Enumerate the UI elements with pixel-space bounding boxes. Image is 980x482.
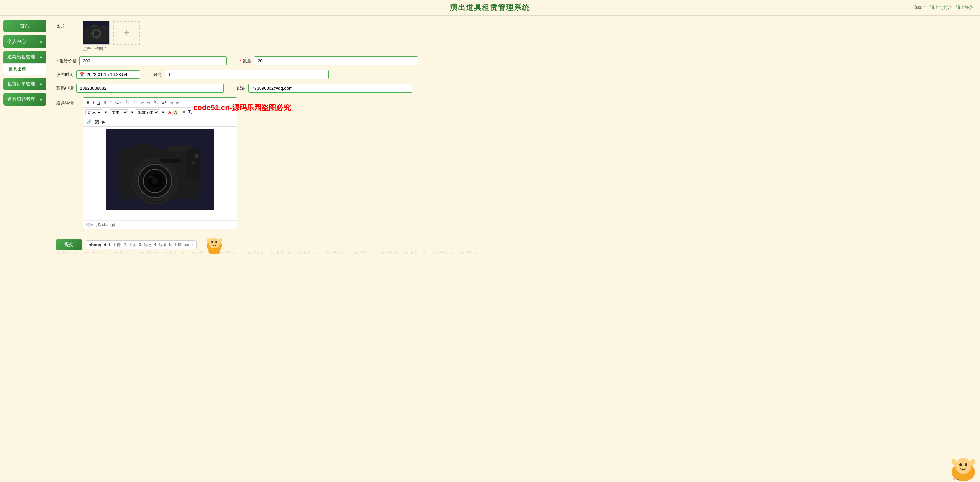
camera-illustration	[107, 129, 213, 210]
toolbar-font-color[interactable]: A	[167, 110, 173, 116]
app-title: 演出道具租赁管理系统	[450, 3, 530, 13]
svg-point-26	[211, 241, 213, 243]
ime-prev-btn[interactable]: ◀	[184, 243, 186, 247]
toolbar-align-icon[interactable]: ≡	[181, 110, 186, 116]
editor-toolbar-row1: B I U S ❝ </> H1 H2 ⇦ ⇨ X2 X2 ⇥ ⇤	[83, 98, 237, 108]
ime-candidate-3[interactable]: 3. 商场	[139, 242, 151, 248]
username: 商家 1	[914, 5, 926, 11]
sidebar-props-mgmt-group[interactable]: 道具出租管理 ∨ 道具出租	[3, 51, 46, 75]
rental-price-label: * * 租赁价格租赁价格	[56, 58, 76, 64]
sidebar-home-btn[interactable]: 首页	[3, 20, 46, 32]
image-thumb-1[interactable]	[83, 21, 110, 45]
svg-point-33	[959, 463, 962, 466]
sidebar-personal-title[interactable]: 个人中心 ∨	[3, 35, 46, 48]
toolbar-h2[interactable]: H2	[131, 99, 138, 106]
toolbar-link[interactable]: 🔗	[85, 119, 93, 125]
editor-bottom-hint: 这里可以shangd	[83, 220, 237, 229]
svg-point-34	[965, 463, 967, 466]
ime-nav: ◀ ▶	[184, 243, 190, 247]
toolbar-align-left[interactable]: ⇦	[139, 100, 145, 106]
sidebar-personal-group[interactable]: 个人中心 ∨	[3, 35, 46, 48]
toolbar-quote[interactable]: ❝	[108, 100, 113, 106]
image-label: 图片	[56, 21, 83, 29]
sidebar-item-props-rent[interactable]: 道具出租	[3, 63, 46, 75]
publish-time-field: 发布时间 📅	[56, 70, 140, 79]
ime-suggestion-box: shang' d 1. 上传 2. 上次 3. 商场 4. 商城 5. 上错 ◀…	[86, 240, 197, 249]
toolbar-clear-format[interactable]: Tx	[187, 109, 194, 116]
editor-content[interactable]: |	[83, 127, 237, 220]
svg-point-19	[195, 154, 199, 158]
logout-link[interactable]: 退出登录	[956, 5, 973, 11]
sidebar-rent-order-title[interactable]: 租赁订单管理 ∨	[3, 78, 46, 91]
editor-wrapper: B I U S ❝ </> H1 H2 ⇦ ⇨ X2 X2 ⇥ ⇤	[83, 97, 237, 229]
email-label: 邮箱	[237, 85, 246, 91]
sidebar-rent-order-group[interactable]: 租赁订单管理 ∨	[3, 78, 46, 91]
main-content: code51.cn-源码乐园盗图必究 图片	[49, 16, 980, 482]
detail-label: 道具详情	[56, 97, 83, 106]
header: 演出道具租赁管理系统 商家 1 退出到前台 退出登录	[0, 0, 980, 16]
toolbar-italic[interactable]: I	[92, 100, 95, 106]
svg-rect-18	[187, 149, 200, 180]
ime-candidate-1[interactable]: 1. 上传	[108, 242, 121, 248]
ime-candidate-2[interactable]: 2. 上次	[124, 242, 136, 248]
toolbar-indent[interactable]: ⇥	[169, 100, 174, 106]
toolbar-video[interactable]: ▶	[101, 119, 107, 125]
submit-button[interactable]: 提交	[56, 239, 82, 250]
toolbar-bold[interactable]: B	[85, 100, 91, 106]
submit-row: 提交 shang' d 1. 上传 2. 上次 3. 商场 4. 商城 5. 上…	[56, 234, 973, 255]
sidebar-props-mgmt-title[interactable]: 道具出租管理 ∨	[3, 51, 46, 63]
sidebar: 首页 个人中心 ∨ 道具出租管理 ∨ 道具出租 租赁订单管理 ∨ 道具归还管理 …	[0, 16, 49, 482]
image-add-btn[interactable]: +	[113, 21, 140, 45]
svg-rect-16	[133, 144, 153, 151]
toolbar-code[interactable]: </>	[114, 100, 122, 106]
ime-candidate-4[interactable]: 4. 商城	[154, 242, 166, 248]
form-section: 图片	[56, 21, 973, 255]
svg-rect-6	[102, 27, 106, 29]
stock-input[interactable]	[165, 70, 329, 79]
contact-phone-input[interactable]	[76, 84, 224, 93]
svg-rect-17	[167, 146, 190, 151]
image-upload-row: 图片	[56, 21, 973, 51]
quantity-input[interactable]	[254, 56, 418, 65]
svg-rect-5	[92, 25, 97, 27]
toolbar-image[interactable]: 🖼	[94, 119, 100, 125]
personal-arrow-icon: ∨	[40, 40, 42, 43]
nav-front-link[interactable]: 退出到前台	[930, 5, 952, 11]
toolbar-underline[interactable]: U	[96, 100, 102, 106]
editor-toolbar-row3: 🔗 🖼 ▶	[83, 118, 237, 127]
toolbar-outdent[interactable]: ⇤	[175, 100, 181, 106]
svg-point-4	[95, 32, 98, 35]
bottom-right-mascot: Cou	[947, 452, 980, 482]
toolbar-highlight[interactable]: A	[173, 110, 178, 115]
stock-label: 账号	[153, 72, 162, 78]
email-input[interactable]	[248, 84, 412, 93]
upload-hint: 点击上传图片	[83, 46, 140, 51]
font-size-select[interactable]: 14px 12px 16px 18px	[85, 110, 102, 116]
ime-next-btn[interactable]: ▶	[187, 243, 190, 247]
sidebar-return-mgmt-title[interactable]: 道具归还管理 ∨	[3, 93, 46, 106]
rent-order-arrow-icon: ∨	[40, 82, 42, 86]
svg-point-32	[955, 458, 971, 474]
mascot-area	[204, 234, 224, 255]
toolbar-align-center[interactable]: ⇨	[146, 100, 152, 106]
svg-text:Cou: Cou	[953, 478, 959, 481]
rental-price-input[interactable]	[80, 56, 227, 65]
text-type-select[interactable]: 文本 标题1	[110, 110, 128, 116]
publish-time-input[interactable]	[87, 72, 137, 77]
ime-candidate-5[interactable]: 5. 上错	[169, 242, 181, 248]
ime-close-icon[interactable]: ×	[192, 243, 194, 247]
font-family-select[interactable]: 标准字体 宋体	[136, 110, 159, 116]
toolbar-strikethrough[interactable]: S	[102, 100, 108, 106]
sidebar-return-mgmt-group[interactable]: 道具归还管理 ∨	[3, 93, 46, 106]
image-thumbnails: +	[83, 21, 140, 45]
layout: 首页 个人中心 ∨ 道具出租管理 ∨ 道具出租 租赁订单管理 ∨ 道具归还管理 …	[0, 16, 980, 482]
toolbar-subscript[interactable]: X2	[153, 99, 160, 106]
image-upload-area: + 点击上传图片	[83, 21, 140, 51]
toolbar-h1[interactable]: H1	[123, 99, 130, 106]
stock-field: 账号	[153, 70, 329, 79]
toolbar-superscript[interactable]: X2	[160, 99, 168, 106]
editor-toolbar-row2: 14px 12px 16px 18px ▼ 文本 标题1 ▼ 标准字体	[83, 108, 237, 118]
date-picker[interactable]: 📅	[76, 70, 140, 79]
email-field: 邮箱	[237, 84, 412, 93]
contact-phone-field: 联系电话	[56, 84, 224, 93]
